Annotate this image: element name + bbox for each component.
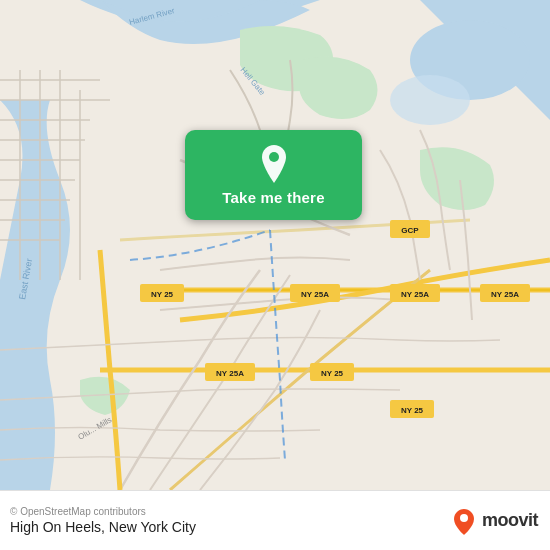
map-container: NY 25 NY 25A NY 25A NY 25A GCP NY 25A NY…	[0, 0, 550, 490]
svg-point-37	[460, 514, 468, 522]
map-attribution: © OpenStreetMap contributors	[10, 506, 196, 517]
svg-point-36	[269, 152, 279, 162]
take-me-there-button[interactable]: Take me there	[185, 130, 362, 220]
svg-text:NY 25A: NY 25A	[401, 290, 429, 299]
footer-bar: © OpenStreetMap contributors High On Hee…	[0, 490, 550, 550]
svg-point-2	[390, 75, 470, 125]
moovit-logo: moovit	[450, 507, 538, 535]
footer-info: © OpenStreetMap contributors High On Hee…	[10, 506, 196, 535]
svg-text:NY 25: NY 25	[321, 369, 344, 378]
svg-text:GCP: GCP	[401, 226, 419, 235]
map-pin-icon	[258, 145, 290, 183]
svg-text:NY 25A: NY 25A	[301, 290, 329, 299]
svg-text:NY 25A: NY 25A	[216, 369, 244, 378]
svg-text:NY 25A: NY 25A	[491, 290, 519, 299]
location-label: High On Heels, New York City	[10, 519, 196, 535]
moovit-brand-text: moovit	[482, 510, 538, 531]
moovit-pin-icon	[450, 507, 478, 535]
svg-text:NY 25: NY 25	[401, 406, 424, 415]
svg-text:NY 25: NY 25	[151, 290, 174, 299]
take-me-there-label: Take me there	[222, 189, 324, 206]
map-background: NY 25 NY 25A NY 25A NY 25A GCP NY 25A NY…	[0, 0, 550, 490]
